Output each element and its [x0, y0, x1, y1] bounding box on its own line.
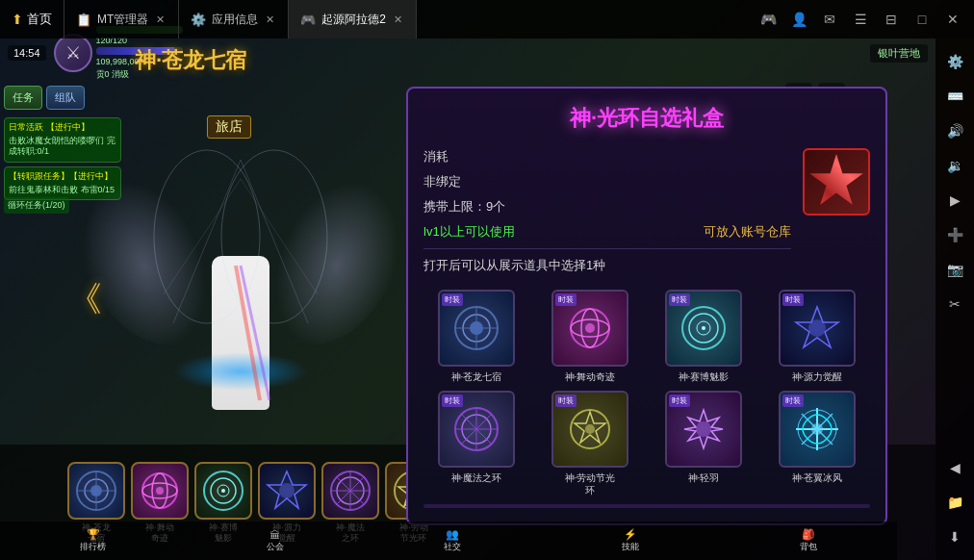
top-bar: ⬆ 首页 📋 MT管理器 ✕ ⚙️ 应用信息 ✕ 🎮 起源阿拉德2 ✕ 🎮 👤 … — [0, 0, 974, 38]
window-controls: 🎮 👤 ✉ ☰ ⊟ □ ✕ — [747, 8, 974, 31]
item-cell-3: 时装 神·源力觉醒 — [764, 290, 870, 383]
sidebar-play[interactable]: ▶ — [939, 185, 970, 216]
tab-app-close[interactable]: ✕ — [264, 12, 276, 28]
item-svg-feather — [675, 400, 732, 458]
tab-mt-label: MT管理器 — [97, 12, 148, 28]
level-req: lv1以上可以使用 — [423, 223, 515, 241]
item-svg-ice — [788, 400, 846, 458]
ctrl-minimize[interactable]: ⊟ — [880, 8, 903, 31]
skill-icon-dragon[interactable] — [67, 462, 125, 520]
ctrl-menu[interactable]: ☰ — [849, 8, 872, 31]
tab-app-label: 应用信息 — [212, 12, 258, 28]
sidebar-back[interactable]: ◀ — [939, 452, 970, 483]
item-badge-4: 时装 — [442, 395, 463, 407]
select-desc: 打开后可以从展示道具中选择1种 — [423, 257, 791, 274]
item-svg-race — [675, 299, 732, 357]
item-box-ice[interactable]: 时装 — [779, 391, 856, 468]
char-silhouette — [144, 102, 337, 410]
item-name-1: 神·舞动奇迹 — [565, 370, 616, 383]
item-name-2: 神·赛博魅影 — [679, 370, 730, 383]
item-box-source[interactable]: 时装 — [779, 290, 856, 367]
nav-rank[interactable]: 🏆 排行榜 — [80, 528, 106, 553]
ctrl-maximize[interactable]: □ — [910, 8, 934, 31]
tab-game-close[interactable]: ✕ — [392, 12, 404, 28]
svg-line-3 — [241, 160, 308, 323]
source-pattern — [262, 466, 312, 516]
svg-point-0 — [154, 150, 260, 323]
nav-bag[interactable]: 🎒 背包 — [800, 528, 817, 553]
skill-icon-source[interactable] — [258, 462, 316, 520]
tab-mt-close[interactable]: ✕ — [154, 12, 167, 28]
sidebar-volume-down[interactable]: 🔉 — [939, 150, 970, 181]
ctrl-close[interactable]: ✕ — [941, 8, 964, 31]
item-box-magic-ring[interactable]: 时装 — [438, 391, 515, 468]
svg-line-5 — [241, 179, 318, 294]
item-cell-5: 时装 神·劳动节光环 — [537, 391, 643, 496]
item-name-6: 神·轻羽 — [688, 471, 720, 484]
item-box-dance[interactable]: 时装 — [551, 290, 628, 367]
skill-icon-magic[interactable] — [321, 462, 379, 520]
item-box-light[interactable]: 时装 — [551, 391, 628, 468]
nav-guild[interactable]: 🏛 公会 — [267, 529, 284, 553]
item-cell-2: 时装 神·赛博魅影 — [651, 290, 756, 383]
modal-body: 消耗 非绑定 携带上限：9个 lv1以上可以使用 可放入账号仓库 打开后可以从展… — [423, 148, 870, 282]
item-cell-0: 时装 神·苍龙七宿 — [423, 290, 529, 383]
sidebar-download[interactable]: ⬇ — [939, 522, 970, 552]
item-box-feather[interactable]: 时装 — [665, 391, 742, 468]
bottom-nav: 🏆 排行榜 🏛 公会 👥 社交 ⚡ 技能 🎒 背包 — [0, 522, 897, 560]
tabs-area: 📋 MT管理器 ✕ ⚙️ 应用信息 ✕ 🎮 起源阿拉德2 ✕ — [64, 0, 747, 38]
level-row: lv1以上可以使用 可放入账号仓库 — [423, 223, 791, 241]
item-badge-2: 时装 — [669, 293, 690, 306]
modal-progress — [423, 504, 870, 508]
item-name-0: 神·苍龙七宿 — [451, 370, 502, 383]
carry-value: 携带上限：9个 — [423, 198, 505, 216]
sidebar-settings[interactable]: ⚙️ — [939, 46, 970, 77]
svg-point-16 — [156, 487, 164, 495]
character-name: 神·苍龙七宿 — [135, 46, 246, 75]
item-box-race[interactable]: 时装 — [665, 290, 742, 367]
item-cell-4: 时装 神·魔法之环 — [423, 391, 529, 496]
svg-line-2 — [173, 160, 241, 323]
sidebar-folder[interactable]: 📁 — [939, 487, 970, 518]
tab-game[interactable]: 🎮 起源阿拉德2 ✕ — [289, 0, 417, 38]
modal-title: 神·光环自选礼盒 — [423, 104, 870, 133]
skill-icon-dance[interactable] — [131, 462, 189, 520]
items-grid: 时装 神·苍龙七宿 时装 — [423, 290, 870, 496]
consume-row: 消耗 — [423, 148, 791, 165]
dragon-pattern — [71, 466, 121, 516]
tab-game-label: 起源阿拉德2 — [321, 12, 386, 28]
nav-skill[interactable]: ⚡ 技能 — [622, 528, 639, 553]
ctrl-user[interactable]: 👤 — [787, 8, 810, 31]
skill-icon-race[interactable] — [194, 462, 252, 520]
sidebar-scissors[interactable]: ✂ — [939, 289, 970, 319]
tab-app-info[interactable]: ⚙️ 应用信息 ✕ — [179, 0, 289, 38]
sidebar-volume-up[interactable]: 🔊 — [939, 115, 970, 146]
bank-text: 可放入账号仓库 — [704, 223, 791, 241]
tab-mt-manager[interactable]: 📋 MT管理器 ✕ — [64, 0, 179, 38]
time-display: 14:54 — [8, 45, 46, 61]
item-badge-0: 时装 — [442, 293, 463, 306]
sidebar-camera[interactable]: 📷 — [939, 254, 970, 285]
ctrl-mail[interactable]: ✉ — [818, 8, 841, 31]
svg-point-43 — [702, 326, 705, 330]
nav-social[interactable]: 👥 社交 — [444, 528, 461, 553]
svg-point-56 — [696, 421, 711, 437]
home-tab[interactable]: ⬆ 首页 — [0, 0, 64, 38]
item-name-7: 神·苍翼冰风 — [792, 471, 843, 484]
svg-point-45 — [808, 319, 826, 337]
home-icon: ⬆ — [12, 12, 23, 27]
item-badge-3: 时装 — [782, 293, 804, 306]
bind-row: 非绑定 — [423, 173, 791, 191]
item-svg-dance — [561, 299, 619, 357]
nav-arrow-left[interactable]: 《 — [67, 276, 102, 323]
avatar[interactable]: ⚔ — [54, 34, 92, 72]
sidebar-keyboard[interactable]: ⌨️ — [939, 81, 970, 112]
svg-point-62 — [811, 423, 823, 435]
sidebar-add[interactable]: ➕ — [939, 219, 970, 250]
item-cell-6: 时装 神·轻羽 — [651, 391, 756, 496]
wing-svg — [144, 102, 337, 410]
item-svg-magic-ring — [448, 400, 505, 458]
ctrl-gamepad[interactable]: 🎮 — [756, 8, 780, 31]
gift-thumbnail — [803, 148, 870, 216]
item-box-dragon[interactable]: 时装 — [438, 290, 515, 367]
